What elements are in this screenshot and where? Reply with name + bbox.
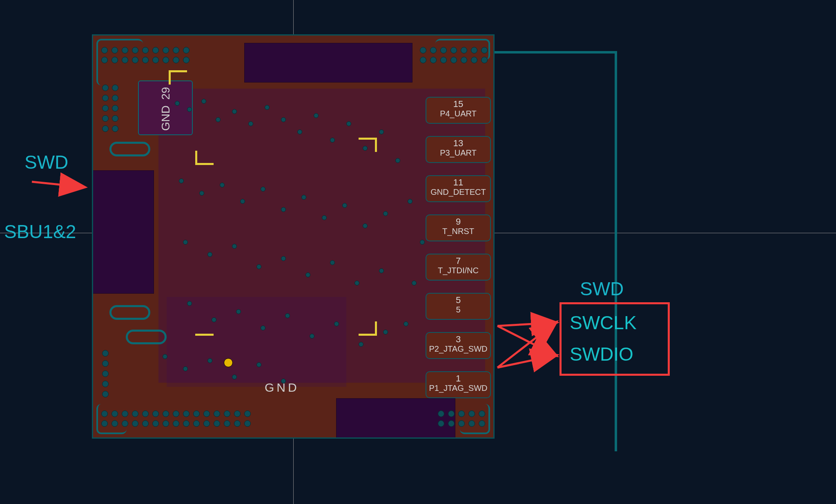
via-row-bot-right-2 — [438, 410, 485, 417]
gnd29-chip: GND 29 — [138, 80, 193, 135]
gnd29-t2: 29 — [159, 87, 172, 100]
frame-br — [460, 404, 490, 434]
via-row-top-left — [101, 47, 189, 54]
gnd-bottom-label: GND — [265, 381, 299, 395]
silk-4 — [375, 138, 377, 152]
anno-swd-left: SWD — [25, 151, 68, 173]
arrow-swd-left — [32, 182, 84, 187]
slot-1 — [109, 142, 150, 156]
anno-swd-right: SWD — [580, 278, 624, 300]
edge-pad-15[interactable]: 15P4_UART — [426, 97, 491, 124]
cutout-left-usb — [92, 170, 154, 294]
anno-swdio: SWDIO — [570, 343, 633, 365]
edge-pad-label: P2_JTAG_SWD — [426, 344, 490, 353]
silk-2 — [169, 70, 171, 85]
via-col-left-b — [102, 350, 109, 397]
silk-8 — [375, 321, 377, 336]
arrow-straight-2 — [497, 355, 555, 368]
edge-pad-label: P3_UART — [426, 148, 490, 157]
edge-pad-num: 7 — [426, 256, 490, 266]
edge-pad-3[interactable]: 3P2_JTAG_SWD — [426, 332, 491, 359]
cutout-bottom — [336, 398, 455, 438]
silk-3 — [359, 138, 377, 140]
edge-pad-label: P4_UART — [426, 109, 490, 118]
arrow-straight-1 — [497, 323, 555, 326]
edge-pad-label: 5 — [426, 305, 490, 314]
slot-3 — [126, 330, 167, 344]
edge-pad-13[interactable]: 13P3_UART — [426, 136, 491, 163]
via-row-bot-right — [438, 420, 485, 427]
edge-pad-11[interactable]: 11GND_DETECT — [426, 175, 491, 202]
edge-pad-num: 5 — [426, 295, 490, 305]
edge-pad-num: 13 — [426, 138, 490, 148]
arrow-cross-1 — [497, 326, 555, 355]
anno-sbu: SBU1&2 — [4, 221, 76, 243]
edge-pad-num: 9 — [426, 217, 490, 227]
via-row-top-right — [420, 47, 488, 54]
anno-swclk: SWCLK — [570, 312, 637, 334]
via-row-top-right-2 — [420, 57, 488, 63]
arrow-cross-2 — [497, 323, 555, 368]
via-row-bot-left-2 — [101, 410, 251, 417]
edge-pad-1[interactable]: 1P1_JTAG_SWD — [426, 371, 491, 398]
edge-pad-label: GND_DETECT — [426, 187, 490, 196]
pcb-board[interactable]: GND 29 — [92, 34, 495, 439]
silk-1 — [169, 70, 187, 72]
edge-pad-5[interactable]: 55 — [426, 293, 491, 320]
via-row-top-left-2 — [101, 57, 189, 63]
outline-ext-v — [615, 51, 617, 451]
silk-7 — [359, 334, 377, 336]
edge-pad-label: P1_JTAG_SWD — [426, 384, 490, 392]
gnd29-text: GND 29 — [159, 87, 172, 131]
edge-pad-label: T_JTDI/NC — [426, 266, 490, 275]
via-row-bot-left — [101, 420, 251, 427]
fiducial-1 — [224, 358, 233, 367]
silk-6 — [195, 151, 197, 165]
edge-pad-9[interactable]: 9T_NRST — [426, 214, 491, 241]
edge-pad-num: 15 — [426, 99, 490, 109]
edge-pad-7[interactable]: 7T_JTDI/NC — [426, 254, 491, 281]
via-col-left — [102, 85, 109, 132]
silk-5 — [195, 163, 214, 165]
via-col-left-2 — [112, 85, 118, 132]
slot-2 — [109, 305, 150, 320]
edge-pad-num: 1 — [426, 374, 490, 384]
edge-pad-num: 11 — [426, 178, 490, 187]
anno-box-swd: SWCLK SWDIO — [560, 302, 670, 376]
outline-ext-h — [495, 51, 617, 54]
pcb-canvas: GND 29 — [0, 0, 836, 504]
edge-pad-num: 3 — [426, 335, 490, 344]
cutout-top — [244, 43, 412, 83]
pour-2 — [167, 297, 346, 387]
gnd29-t1: GND — [159, 105, 172, 131]
silk-9 — [195, 334, 214, 336]
frame-bl — [96, 404, 127, 434]
edge-pad-label: T_NRST — [426, 227, 490, 236]
